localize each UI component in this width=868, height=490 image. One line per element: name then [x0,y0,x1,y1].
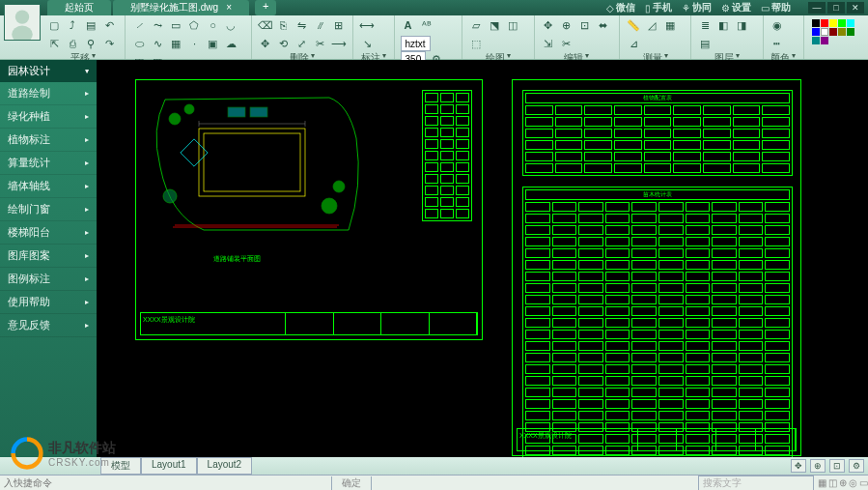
settings-btn[interactable]: ⚙ [849,459,864,473]
sidebar-item-help[interactable]: 使用帮助 [0,291,97,314]
close-button[interactable]: ✕ [847,2,864,14]
font-select[interactable]: hztxt [401,36,431,51]
layer4-icon[interactable]: ▤ [697,36,713,51]
status-btn2[interactable]: ◫ [828,477,837,488]
confirm-button[interactable]: 确定 [331,476,372,490]
leader-icon[interactable]: ↘ [359,36,375,51]
measure3-icon[interactable]: ▦ [662,17,678,33]
link-help[interactable]: ▭帮助 [761,1,791,14]
layer3-icon[interactable]: ◨ [734,17,749,33]
status-btn5[interactable]: ▭ [859,477,868,488]
sidebar-item-stair[interactable]: 楼梯阳台 [0,221,97,245]
link-wechat[interactable]: ◇微信 [606,1,635,14]
search-input[interactable]: 搜索文字 [698,476,814,491]
sidebar-item-road[interactable]: 道路绘制 [0,82,97,105]
cloud-icon[interactable]: ☁ [223,36,238,51]
linetype-icon[interactable]: ┅ [770,36,785,51]
sidebar-item-library[interactable]: 图库图案 [0,245,97,268]
circle-icon[interactable]: ○ [205,17,220,33]
polyline-icon[interactable]: ⤳ [150,17,165,33]
svg-point-7 [322,198,337,214]
layer2-icon[interactable]: ◧ [715,17,731,33]
extend-icon[interactable]: ⟶ [331,36,347,51]
measure4-icon[interactable]: ⊿ [626,36,641,51]
offset-icon[interactable]: ⫽ [313,17,328,33]
sidebar-item-planting[interactable]: 绿化种植 [0,105,97,129]
sidebar-item-quantity[interactable]: 算量统计 [0,152,97,175]
status-btn3[interactable]: ⊕ [839,477,847,488]
open-icon[interactable]: ⤴ [65,17,80,33]
edit1-icon[interactable]: ✥ [541,17,556,33]
site-plan [146,90,368,245]
move-icon[interactable]: ✥ [258,36,273,51]
color-icon[interactable]: ◉ [770,17,785,33]
sidebar-item-door[interactable]: 绘制门窗 [0,198,97,221]
edit3-icon[interactable]: ⊡ [577,17,593,33]
tab-layout2[interactable]: Layout2 [197,457,253,475]
mtext-icon[interactable]: ᴬᴮ [419,17,434,33]
minimize-button[interactable]: — [808,2,826,14]
user-avatar[interactable] [4,4,41,41]
status-btn4[interactable]: ◎ [849,477,857,488]
arc-icon[interactable]: ◡ [223,17,238,33]
rotate-icon[interactable]: ⟲ [276,36,292,51]
draw3-icon[interactable]: ◫ [505,17,520,33]
undo-icon[interactable]: ↶ [101,17,117,33]
status-btn1[interactable]: ▦ [818,477,826,488]
tab-drawing[interactable]: 别墅绿化施工图.dwg [113,0,249,15]
draw2-icon[interactable]: ⬔ [487,17,502,33]
sidebar-item-wall[interactable]: 墙体轴线 [0,175,97,198]
array-icon[interactable]: ⊞ [331,17,347,33]
edit6-icon[interactable]: ✂ [559,36,574,51]
link-settings[interactable]: ⚙设置 [721,1,751,14]
hatch-icon[interactable]: ▦ [168,36,183,51]
tab-layout1[interactable]: Layout1 [141,457,197,475]
mirror-icon[interactable]: ⇋ [294,17,310,33]
new-icon[interactable]: ▢ [46,17,62,33]
polygon-icon[interactable]: ⬠ [186,17,202,33]
draw4-icon[interactable]: ⬚ [468,36,484,51]
sidebar-item-plantlabel[interactable]: 植物标注 [0,129,97,152]
link-mobile[interactable]: ▯手机 [645,1,672,14]
draw1-icon[interactable]: ▱ [468,17,484,33]
spline-icon[interactable]: ∿ [150,36,165,51]
svg-point-5 [169,113,181,125]
new-tab-button[interactable]: + [255,0,276,15]
edit5-icon[interactable]: ⇲ [541,36,556,51]
layer1-icon[interactable]: ≣ [697,17,713,33]
measure2-icon[interactable]: ◿ [644,17,659,33]
export-icon[interactable]: ⇱ [46,36,62,51]
trim-icon[interactable]: ✂ [313,36,328,51]
line-icon[interactable]: ⟋ [131,17,147,33]
sidebar-item-legend[interactable]: 图例标注 [0,268,97,291]
print-icon[interactable]: ⎙ [65,36,80,51]
point-icon[interactable]: · [186,36,202,51]
sidebar-item-feedback[interactable]: 意见反馈 [0,314,97,337]
tab-start[interactable]: 起始页 [47,0,111,15]
copy-icon[interactable]: ⎘ [276,17,292,33]
block-icon[interactable]: ▣ [205,36,220,51]
color-swatches[interactable] [810,17,862,46]
svg-rect-2 [199,129,305,196]
rect-icon[interactable]: ▭ [168,17,183,33]
save-icon[interactable]: ▤ [83,17,98,33]
zoom-btn[interactable]: ⊕ [810,459,826,473]
scale-icon[interactable]: ⤢ [294,36,310,51]
link-collab[interactable]: ⚘协同 [682,1,712,14]
text-icon[interactable]: A [401,17,416,33]
extent-btn[interactable]: ⊡ [829,459,845,473]
drawing-canvas[interactable]: 道路铺装平面图 XXXX景观设计院 植物配置表 [97,60,868,457]
erase-icon[interactable]: ⌫ [258,17,273,33]
svg-point-1 [12,26,33,40]
dim-icon[interactable]: ⟷ [359,17,375,33]
command-input[interactable] [0,477,331,488]
measure1-icon[interactable]: 📏 [626,17,641,33]
maximize-button[interactable]: □ [827,2,845,14]
redo-icon[interactable]: ↷ [101,36,117,51]
pan-btn[interactable]: ✥ [791,459,806,473]
edit4-icon[interactable]: ⬌ [596,17,611,33]
edit2-icon[interactable]: ⊕ [559,17,574,33]
sidebar-active[interactable]: 园林设计 [0,60,97,82]
find-icon[interactable]: ⚲ [83,36,98,51]
ellipse-icon[interactable]: ⬭ [131,36,147,51]
